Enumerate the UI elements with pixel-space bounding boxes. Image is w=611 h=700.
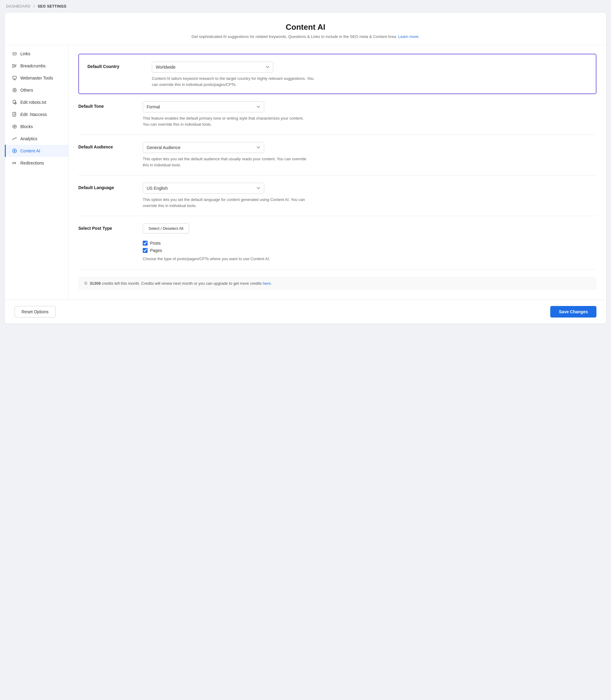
default-language-select[interactable]: US English UK English Spanish French Ger… — [143, 183, 264, 194]
default-language-row: Default Language US English UK English S… — [78, 183, 596, 209]
svg-point-11 — [14, 153, 15, 153]
default-audience-help: This option lets you set the default aud… — [143, 156, 307, 168]
redirections-icon — [12, 160, 17, 166]
default-tone-section: Default Tone Formal Informal Professiona… — [78, 94, 596, 135]
main-card: Content AI Get sophisticated AI suggesti… — [5, 13, 606, 324]
pages-checkbox-text: Pages — [150, 248, 162, 253]
learn-more-link[interactable]: Learn more — [398, 34, 418, 39]
page-title: Content AI — [11, 22, 600, 32]
sidebar-item-analytics[interactable]: Analytics — [5, 133, 68, 145]
default-tone-label: Default Tone — [78, 102, 133, 109]
credits-bar: © 31309 credits left this month. Credits… — [78, 277, 596, 290]
page-header: Content AI Get sophisticated AI suggesti… — [5, 13, 606, 45]
content-ai-icon — [12, 148, 17, 154]
sidebar-item-redirections[interactable]: Redirections — [5, 157, 68, 169]
default-tone-help: This feature enables the default primary… — [143, 115, 307, 127]
svg-point-9 — [14, 150, 15, 152]
posts-checkbox-text: Posts — [150, 241, 161, 246]
sidebar-item-others[interactable]: Others — [5, 84, 68, 96]
posts-checkbox[interactable] — [143, 241, 148, 246]
select-post-type-label: Select Post Type — [78, 224, 133, 231]
webmaster-tools-icon — [12, 75, 17, 81]
default-country-control: Worldwide United States United Kingdom C… — [152, 62, 587, 88]
default-audience-control: General Audience Beginners Intermediate … — [143, 142, 596, 168]
save-changes-button[interactable]: Save Changes — [550, 306, 596, 318]
sidebar-label-blocks: Blocks — [20, 124, 33, 129]
default-language-control: US English UK English Spanish French Ger… — [143, 183, 596, 209]
svg-point-4 — [14, 90, 15, 91]
sidebar-item-edit-htaccess[interactable]: Edit .htaccess — [5, 108, 68, 121]
svg-point-3 — [13, 88, 16, 92]
sidebar-label-edit-htaccess: Edit .htaccess — [20, 112, 47, 117]
svg-rect-5 — [13, 100, 15, 104]
sidebar-label-webmaster-tools: Webmaster Tools — [20, 76, 53, 80]
sidebar-item-webmaster-tools[interactable]: Webmaster Tools — [5, 72, 68, 84]
sidebar-label-others: Others — [20, 88, 33, 93]
default-audience-select[interactable]: General Audience Beginners Intermediate … — [143, 142, 264, 153]
pages-checkbox-label[interactable]: Pages — [143, 248, 596, 253]
footer-bar: Reset Options Save Changes — [5, 300, 606, 324]
posts-checkbox-label[interactable]: Posts — [143, 241, 596, 246]
edit-robots-icon — [12, 100, 17, 105]
edit-htaccess-icon — [12, 112, 17, 117]
default-tone-control: Formal Informal Professional Casual Frie… — [143, 102, 596, 127]
svg-point-12 — [13, 151, 13, 151]
default-language-help: This option lets you set the default lan… — [143, 197, 307, 209]
sidebar-label-content-ai: Content AI — [20, 149, 40, 153]
credits-icon: © — [85, 281, 88, 286]
sidebar-item-edit-robots[interactable]: Edit robots.txt — [5, 96, 68, 108]
default-country-label: Default Country — [88, 62, 142, 69]
default-audience-section: Default Audience General Audience Beginn… — [78, 135, 596, 176]
credits-upgrade-link[interactable]: here — [263, 281, 271, 286]
svg-rect-1 — [13, 64, 14, 67]
select-post-type-control: Select / Deselect All Posts Pages Ch — [143, 224, 596, 262]
credits-count: 31309 — [90, 281, 101, 286]
sidebar-label-breadcrumbs: Breadcrumbs — [20, 63, 46, 68]
breadcrumb-current: SEO SETTINGS — [38, 4, 66, 9]
default-country-help: Content AI tailors keyword research to t… — [152, 76, 316, 88]
credits-text: credits left this month. Credits will re… — [102, 281, 262, 286]
sidebar: Links Breadcrumbs Webmas — [5, 45, 69, 300]
sidebar-label-analytics: Analytics — [20, 136, 38, 141]
default-tone-select[interactable]: Formal Informal Professional Casual Frie… — [143, 102, 264, 112]
sidebar-label-redirections: Redirections — [20, 161, 44, 165]
main-layout: Links Breadcrumbs Webmas — [5, 45, 606, 300]
sidebar-item-content-ai[interactable]: Content AI — [5, 145, 68, 157]
sidebar-label-links: Links — [20, 51, 30, 56]
svg-point-13 — [16, 151, 17, 151]
sidebar-item-blocks[interactable]: Blocks — [5, 121, 68, 133]
select-post-type-row: Select Post Type Select / Deselect All P… — [78, 224, 596, 262]
content-area: Default Country Worldwide United States … — [69, 45, 606, 300]
svg-rect-2 — [13, 76, 16, 79]
default-tone-row: Default Tone Formal Informal Professiona… — [78, 102, 596, 127]
breadcrumb-parent[interactable]: DASHBOARD — [6, 4, 31, 9]
sidebar-label-edit-robots: Edit robots.txt — [20, 100, 46, 105]
default-language-label: Default Language — [78, 183, 133, 190]
analytics-icon — [12, 136, 17, 141]
default-country-section: Default Country Worldwide United States … — [78, 54, 596, 94]
breadcrumbs-icon — [12, 63, 17, 69]
default-country-select[interactable]: Worldwide United States United Kingdom C… — [152, 62, 273, 73]
select-post-type-section: Select Post Type Select / Deselect All P… — [78, 216, 596, 270]
svg-point-10 — [14, 149, 15, 149]
links-icon — [12, 51, 17, 57]
post-type-help: Choose the type of posts/pages/CPTs wher… — [143, 256, 307, 262]
sidebar-item-links[interactable]: Links — [5, 48, 68, 60]
default-audience-label: Default Audience — [78, 142, 133, 149]
sidebar-item-breadcrumbs[interactable]: Breadcrumbs — [5, 60, 68, 72]
breadcrumb: DASHBOARD / SEO SETTINGS — [0, 0, 611, 13]
select-deselect-all-button[interactable]: Select / Deselect All — [143, 224, 189, 233]
default-country-row: Default Country Worldwide United States … — [88, 62, 587, 88]
post-type-checkboxes: Posts Pages — [143, 241, 596, 253]
page-description: Get sophisticated AI suggestions for rel… — [11, 34, 600, 39]
blocks-icon — [12, 124, 17, 129]
default-language-section: Default Language US English UK English S… — [78, 176, 596, 216]
reset-options-button[interactable]: Reset Options — [15, 306, 56, 318]
pages-checkbox[interactable] — [143, 248, 148, 253]
default-audience-row: Default Audience General Audience Beginn… — [78, 142, 596, 168]
breadcrumb-separator: / — [33, 4, 35, 9]
others-icon — [12, 88, 17, 93]
